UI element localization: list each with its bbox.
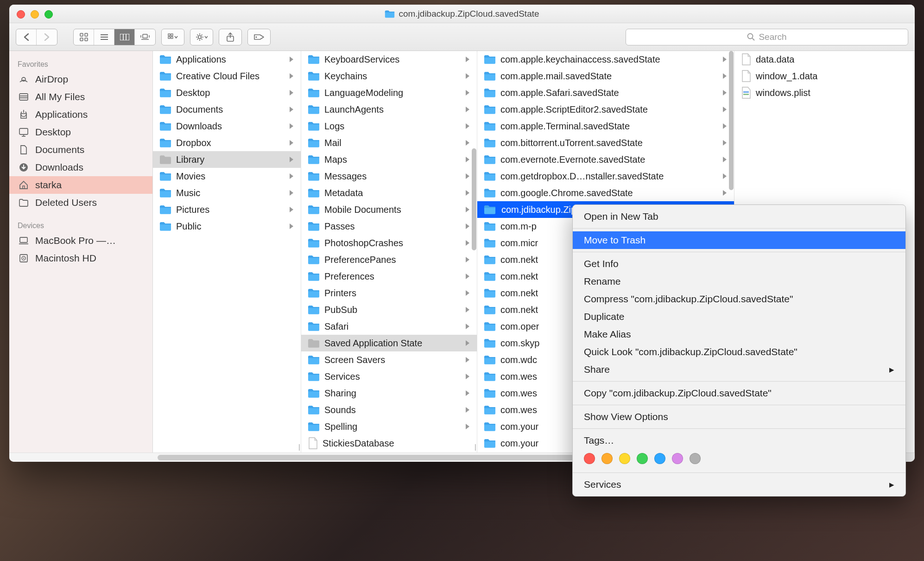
file-row[interactable]: LanguageModeling	[301, 84, 477, 101]
ctx-quick-look[interactable]: Quick Look "com.jdibackup.ZipCloud.saved…	[573, 343, 905, 361]
file-row[interactable]: windows.plist	[734, 84, 914, 101]
ctx-services[interactable]: Services▸	[573, 476, 905, 493]
file-row[interactable]: Screen Savers	[301, 351, 477, 368]
file-row[interactable]: Sounds	[301, 402, 477, 418]
tag-color-dot[interactable]	[584, 453, 595, 464]
file-label: Screen Savers	[324, 355, 385, 365]
back-button[interactable]	[16, 29, 37, 45]
forward-button[interactable]	[37, 29, 57, 45]
ctx-open-new-tab[interactable]: Open in New Tab	[573, 208, 905, 225]
file-row[interactable]: Services	[301, 368, 477, 385]
file-row[interactable]: Library	[153, 151, 301, 168]
tag-color-dot[interactable]	[619, 453, 630, 464]
gear-icon	[196, 33, 208, 41]
file-row[interactable]: com.bittorrent.uTorrent.savedState	[477, 134, 734, 151]
file-row[interactable]: PreferencePanes	[301, 251, 477, 268]
file-row[interactable]: com.google.Chrome.savedState	[477, 185, 734, 201]
file-row[interactable]: Mail	[301, 134, 477, 151]
sidebar-item-deleted-users[interactable]: Deleted Users	[9, 194, 152, 211]
sidebar-item-all-my-files[interactable]: All My Files	[9, 88, 152, 106]
file-row[interactable]: Pictures	[153, 201, 301, 218]
file-row[interactable]: Metadata	[301, 185, 477, 201]
sidebar-item-desktop[interactable]: Desktop	[9, 123, 152, 141]
file-row[interactable]: Saved Application State	[301, 335, 477, 351]
ctx-duplicate[interactable]: Duplicate	[573, 308, 905, 325]
file-row[interactable]: Passes	[301, 218, 477, 235]
ctx-copy[interactable]: Copy "com.jdibackup.ZipCloud.savedState"	[573, 384, 905, 402]
column-resize-handle[interactable]: ||	[298, 443, 299, 451]
file-row[interactable]: Creative Cloud Files	[153, 68, 301, 84]
file-row[interactable]: KeyboardServices	[301, 51, 477, 68]
sidebar-item-applications[interactable]: Applications	[9, 106, 152, 123]
file-row[interactable]: com.evernote.Evernote.savedState	[477, 151, 734, 168]
sidebar-item-airdrop[interactable]: AirDrop	[9, 70, 152, 88]
file-row[interactable]: Music	[153, 185, 301, 201]
ctx-compress[interactable]: Compress "com.jdibackup.ZipCloud.savedSt…	[573, 290, 905, 308]
tag-color-dot[interactable]	[672, 453, 683, 464]
horizontal-scrollbar-thumb[interactable]	[158, 455, 575, 460]
file-row[interactable]: com.getdropbox.D…nstaller.savedState	[477, 168, 734, 185]
sidebar-item-macintosh-hd[interactable]: Macintosh HD	[9, 249, 152, 267]
ctx-show-view-options[interactable]: Show View Options	[573, 408, 905, 426]
file-row[interactable]: Printers	[301, 285, 477, 301]
sidebar-item-starka[interactable]: starka	[9, 176, 152, 194]
ctx-make-alias[interactable]: Make Alias	[573, 325, 905, 343]
column-0[interactable]: ApplicationsCreative Cloud FilesDesktopD…	[153, 51, 301, 453]
file-row[interactable]: Sharing	[301, 385, 477, 402]
column-view-button[interactable]	[114, 29, 135, 45]
icon-view-button[interactable]	[74, 29, 94, 45]
share-button[interactable]	[219, 29, 242, 45]
file-row[interactable]: Preferences	[301, 268, 477, 285]
coverflow-view-button[interactable]	[135, 29, 155, 45]
sidebar-item-documents[interactable]: Documents	[9, 141, 152, 159]
file-row[interactable]: Desktop	[153, 84, 301, 101]
tag-color-dot[interactable]	[654, 453, 665, 464]
file-row[interactable]: Movies	[153, 168, 301, 185]
ctx-share[interactable]: Share▸	[573, 361, 905, 378]
file-row[interactable]: com.apple.keychainaccess.savedState	[477, 51, 734, 68]
file-row[interactable]: Downloads	[153, 118, 301, 134]
ctx-move-to-trash[interactable]: Move to Trash	[573, 231, 905, 249]
arrange-button[interactable]	[161, 29, 184, 45]
file-row[interactable]: Maps	[301, 151, 477, 168]
close-window-button[interactable]	[17, 10, 25, 19]
list-view-button[interactable]	[94, 29, 114, 45]
file-row[interactable]: Applications	[153, 51, 301, 68]
chevron-right-icon	[466, 90, 472, 96]
file-row[interactable]: com.apple.Terminal.savedState	[477, 118, 734, 134]
search-field[interactable]: Search	[626, 29, 908, 45]
sidebar-item-downloads[interactable]: Downloads	[9, 159, 152, 176]
file-row[interactable]: com.apple.ScriptEditor2.savedState	[477, 101, 734, 118]
zoom-window-button[interactable]	[44, 10, 53, 19]
file-label: Library	[176, 154, 204, 165]
file-row[interactable]: Dropbox	[153, 134, 301, 151]
file-row[interactable]: Mobile Documents	[301, 201, 477, 218]
file-row[interactable]: com.apple.mail.savedState	[477, 68, 734, 84]
tags-button[interactable]	[247, 29, 271, 45]
file-row[interactable]: Logs	[301, 118, 477, 134]
file-row[interactable]: Public	[153, 218, 301, 235]
file-row[interactable]: Safari	[301, 318, 477, 335]
tag-color-dot[interactable]	[601, 453, 613, 464]
sidebar-item-macbook-pro-[interactable]: MacBook Pro —…	[9, 232, 152, 249]
file-row[interactable]: window_1.data	[734, 68, 914, 84]
minimize-window-button[interactable]	[31, 10, 39, 19]
file-row[interactable]: PhotoshopCrashes	[301, 235, 477, 251]
file-row[interactable]: StickiesDatabase	[301, 435, 477, 452]
file-row[interactable]: data.data	[734, 51, 914, 68]
ctx-rename[interactable]: Rename	[573, 273, 905, 290]
column-resize-handle[interactable]: ||	[475, 443, 475, 451]
tag-color-dot[interactable]	[690, 453, 701, 464]
file-row[interactable]: Spelling	[301, 418, 477, 435]
tag-color-dot[interactable]	[637, 453, 648, 464]
file-row[interactable]: LaunchAgents	[301, 101, 477, 118]
action-button[interactable]	[190, 29, 213, 45]
column-1[interactable]: KeyboardServicesKeychainsLanguageModelin…	[301, 51, 477, 453]
file-row[interactable]: PubSub	[301, 301, 477, 318]
file-row[interactable]: com.apple.Safari.savedState	[477, 84, 734, 101]
ctx-get-info[interactable]: Get Info	[573, 255, 905, 273]
file-row[interactable]: Keychains	[301, 68, 477, 84]
chevron-right-icon	[466, 107, 472, 112]
file-row[interactable]: Messages	[301, 168, 477, 185]
file-row[interactable]: Documents	[153, 101, 301, 118]
